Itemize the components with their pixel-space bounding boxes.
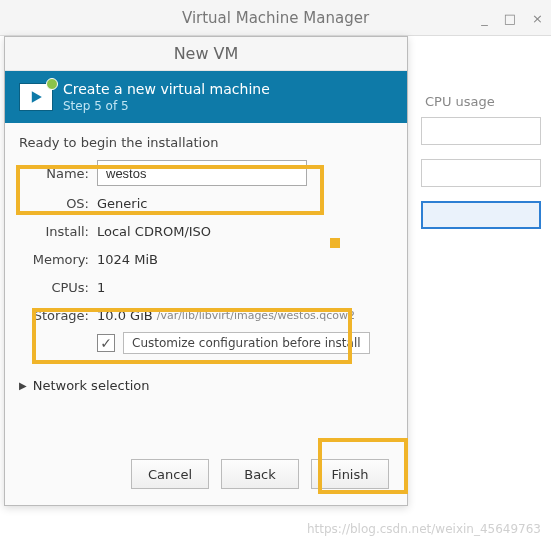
dialog-title: New VM — [5, 37, 407, 71]
cpu-usage-row[interactable] — [421, 159, 541, 187]
dialog-step-text: Step 5 of 5 — [63, 99, 270, 113]
storage-path: /var/lib/libvirt/images/westos.qcow2 — [157, 309, 355, 322]
name-label: Name: — [19, 166, 89, 181]
monitor-play-icon — [19, 83, 53, 111]
network-selection-expander[interactable]: ▶ Network selection — [19, 378, 393, 393]
cpu-usage-row-selected[interactable] — [421, 201, 541, 229]
chevron-right-icon: ▶ — [19, 380, 27, 391]
minimize-button[interactable]: _ — [481, 11, 488, 26]
storage-size: 10.0 GiB — [97, 308, 153, 323]
customize-checkbox[interactable]: ✓ — [97, 334, 115, 352]
new-badge-icon — [46, 78, 58, 90]
install-label: Install: — [19, 224, 89, 239]
cpu-usage-row[interactable] — [421, 117, 541, 145]
memory-label: Memory: — [19, 252, 89, 267]
svg-marker-0 — [32, 91, 42, 103]
finish-button[interactable]: Finish — [311, 459, 389, 489]
os-label: OS: — [19, 196, 89, 211]
main-window-titlebar: Virtual Machine Manager _ □ × — [0, 0, 551, 36]
back-button[interactable]: Back — [221, 459, 299, 489]
install-value: Local CDROM/ISO — [97, 224, 211, 239]
name-input[interactable] — [97, 160, 307, 186]
cpus-label: CPUs: — [19, 280, 89, 295]
check-icon: ✓ — [100, 335, 112, 351]
cpu-usage-header: CPU usage — [421, 44, 541, 117]
customize-label: Customize configuration before install — [123, 332, 370, 354]
os-value: Generic — [97, 196, 147, 211]
new-vm-dialog: New VM Create a new virtual machine Step… — [4, 36, 408, 506]
network-selection-label: Network selection — [33, 378, 150, 393]
ready-text: Ready to begin the installation — [19, 135, 393, 150]
dialog-header: Create a new virtual machine Step 5 of 5 — [5, 71, 407, 123]
cancel-button[interactable]: Cancel — [131, 459, 209, 489]
close-button[interactable]: × — [532, 11, 543, 26]
storage-label: Storage: — [19, 308, 89, 323]
maximize-button[interactable]: □ — [504, 11, 516, 26]
main-window-title: Virtual Machine Manager — [182, 9, 369, 27]
memory-value: 1024 MiB — [97, 252, 158, 267]
cpus-value: 1 — [97, 280, 105, 295]
dialog-header-title: Create a new virtual machine — [63, 81, 270, 97]
